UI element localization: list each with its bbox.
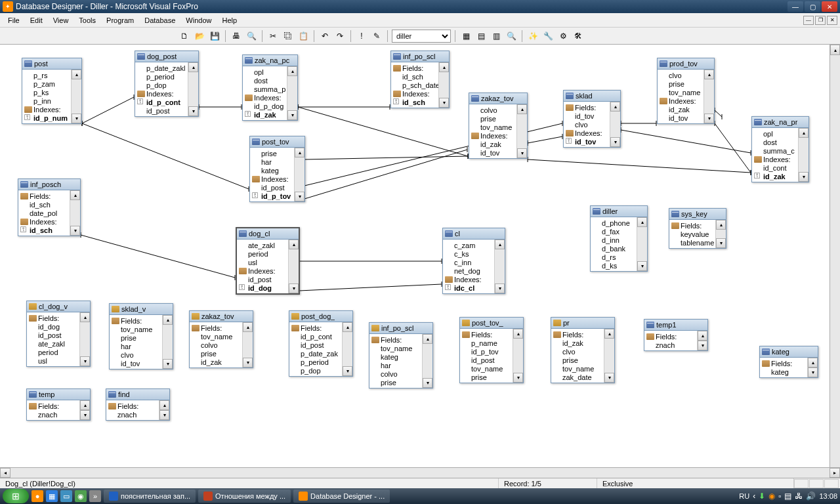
table-scrollbar[interactable]: ▴▾ xyxy=(604,329,614,383)
table-inf_posch[interactable]: inf_poschFields:id_schdate_polIndexes:id… xyxy=(18,178,81,236)
redo-icon[interactable]: ↷ xyxy=(333,30,346,43)
table-scrollbar[interactable]: ▴▾ xyxy=(798,128,808,182)
table-sys_key[interactable]: sys_keyFields:keyvaluetablename▴▾ xyxy=(669,208,726,249)
menu-file[interactable]: File xyxy=(3,14,25,26)
table-scrollbar[interactable]: ▴▾ xyxy=(342,322,352,376)
taskbar-task[interactable]: Database Designer - ... xyxy=(293,490,390,503)
table-post_tov[interactable]: post_tovpriseharkategIndexes:id_postid_p… xyxy=(249,136,305,202)
options-icon[interactable]: ⚙ xyxy=(556,30,570,43)
table-header[interactable]: inf_po_scl xyxy=(369,323,432,334)
tray-icon[interactable]: ⬇ xyxy=(759,492,765,501)
menu-tools[interactable]: Tools xyxy=(74,14,101,26)
table-header[interactable]: inf_po_scl xyxy=(391,51,449,62)
table-zakaz_tov[interactable]: zakaz_tovcolvoprisetov_nameIndexes:id_za… xyxy=(469,93,528,159)
table-header[interactable]: zak_na_pr xyxy=(752,117,808,128)
save-icon[interactable]: 💾 xyxy=(208,30,221,43)
quicklaunch-icon[interactable]: ▭ xyxy=(60,490,72,502)
table-header[interactable]: zak_na_pc xyxy=(243,55,297,66)
scroll-right-icon[interactable]: ▸ xyxy=(830,468,840,478)
table-zak_na_pc[interactable]: zak_na_pcopldostsumma_pIndexes:id_p_dogi… xyxy=(242,54,298,121)
table-header[interactable]: kateg xyxy=(760,346,818,358)
table-header[interactable]: sys_key xyxy=(669,209,726,220)
table-scrollbar[interactable]: ▴▾ xyxy=(494,240,505,293)
table-post_dog_v[interactable]: post_dog_Fields:id_p_contid_postp_date_z… xyxy=(289,310,353,377)
table-header[interactable]: sklad xyxy=(564,91,620,102)
tray-icon[interactable]: ◉ xyxy=(768,492,775,501)
table-header[interactable]: inf_posch xyxy=(18,179,80,190)
modify-icon[interactable]: ✎ xyxy=(370,30,383,43)
database-select[interactable]: diller xyxy=(392,30,451,43)
menu-edit[interactable]: Edit xyxy=(25,14,48,26)
quicklaunch-icon[interactable]: ◉ xyxy=(75,490,87,502)
table-post_tov_v[interactable]: post_tov_Fields:p_nameid_p_tovid_posttov… xyxy=(459,317,524,383)
table-header[interactable]: dog_post xyxy=(135,51,198,62)
table-header[interactable]: zakaz_tov xyxy=(190,311,253,322)
menu-view[interactable]: View xyxy=(48,14,74,26)
new-icon[interactable]: 🗋 xyxy=(178,30,191,43)
table-zak_na_pr[interactable]: zak_na_propldostsumma_cIndexes:id_contid… xyxy=(751,116,809,182)
table-scrollbar[interactable]: ▴▾ xyxy=(294,148,304,201)
table-header[interactable]: find xyxy=(106,389,169,400)
table-header[interactable]: post_dog_ xyxy=(289,311,352,322)
table-header[interactable]: post xyxy=(22,58,81,70)
close-button[interactable]: ✕ xyxy=(822,1,837,12)
designer-canvas[interactable]: postp_rsp_zamp_ksp_innIndexes:id_p_num▴▾… xyxy=(0,45,840,478)
scroll-left-icon[interactable]: ◂ xyxy=(0,468,10,478)
table-prod_tov[interactable]: prod_tovclvoprisetov_nameIndexes:id_zaki… xyxy=(657,58,715,124)
tray-network-icon[interactable]: 🖧 xyxy=(795,492,803,501)
wizard-icon[interactable]: ✨ xyxy=(526,30,539,43)
taskbar-task[interactable]: пояснительная зап... xyxy=(104,490,196,503)
table-temp[interactable]: tempFields:znach▴▾ xyxy=(26,388,91,421)
table-scrollbar[interactable]: ▴▾ xyxy=(715,220,726,248)
quicklaunch-icon[interactable]: » xyxy=(89,490,101,502)
table-scrollbar[interactable]: ▴▾ xyxy=(287,66,297,120)
table-scrollbar[interactable]: ▴▾ xyxy=(242,322,253,368)
table-header[interactable]: cl_dog_v xyxy=(27,301,90,312)
report-icon[interactable]: ▤ xyxy=(474,30,488,43)
table-header[interactable]: temp1 xyxy=(644,320,707,331)
menu-window[interactable]: Window xyxy=(180,14,217,26)
table-pr_v[interactable]: prFields:id_zakclvoprisetov_namezak_date… xyxy=(551,317,615,383)
table-scrollbar[interactable]: ▴▾ xyxy=(162,315,173,369)
quicklaunch-icon[interactable]: ▦ xyxy=(46,490,58,502)
table-sklad[interactable]: skladFields:id_tovclvoIndexes:id_tov▴▾ xyxy=(563,90,621,148)
run-icon[interactable]: ! xyxy=(355,30,368,43)
quicklaunch-icon[interactable]: ● xyxy=(32,490,43,502)
open-icon[interactable]: 📂 xyxy=(193,30,206,43)
tray-icon[interactable]: ▫ xyxy=(778,492,781,501)
table-scrollbar[interactable]: ▴▾ xyxy=(637,217,647,271)
table-header[interactable]: sklad_v xyxy=(110,304,173,315)
mdi-restore-button[interactable]: ❐ xyxy=(815,16,826,25)
table-header[interactable]: post_tov xyxy=(250,136,304,148)
table-scrollbar[interactable]: ▴▾ xyxy=(159,400,169,420)
table-post[interactable]: postp_rsp_zamp_ksp_innIndexes:id_p_num▴▾ xyxy=(22,58,82,124)
tray-icon[interactable]: ‹ xyxy=(753,492,755,501)
minimize-button[interactable]: — xyxy=(788,1,803,12)
horizontal-scrollbar[interactable]: ◂ ▸ xyxy=(0,467,840,478)
preview-icon[interactable]: 🔍 xyxy=(245,30,258,43)
scroll-up-icon[interactable]: ▴ xyxy=(830,45,840,55)
mdi-minimize-button[interactable]: — xyxy=(803,16,814,25)
menu-help[interactable]: Help xyxy=(217,14,242,26)
vertical-scrollbar[interactable]: ▴ ▾ xyxy=(830,45,840,478)
table-kateg[interactable]: kategFields:kateg▴▾ xyxy=(759,346,818,378)
table-find[interactable]: findFields:znach▴▾ xyxy=(106,388,170,421)
table-scrollbar[interactable]: ▴▾ xyxy=(70,190,80,236)
start-button[interactable]: ⊞ xyxy=(3,489,29,503)
builder-icon[interactable]: 🔧 xyxy=(541,30,555,43)
table-scrollbar[interactable]: ▴▾ xyxy=(438,62,449,108)
language-indicator[interactable]: RU xyxy=(739,492,749,500)
table-scrollbar[interactable]: ▴▾ xyxy=(807,358,818,377)
table-scrollbar[interactable]: ▴▾ xyxy=(71,70,81,123)
print-icon[interactable]: 🖶 xyxy=(230,30,243,43)
copy-icon[interactable]: ⿻ xyxy=(282,30,295,43)
table-scrollbar[interactable]: ▴▾ xyxy=(516,104,527,158)
table-scrollbar[interactable]: ▴▾ xyxy=(697,331,707,350)
table-sklad_v[interactable]: sklad_vFields:tov_namepriseharclvoid_tov… xyxy=(109,303,173,369)
table-scrollbar[interactable]: ▴▾ xyxy=(704,70,714,123)
table-scrollbar[interactable]: ▴▾ xyxy=(188,62,198,116)
table-inf_po_scl_top[interactable]: inf_po_sclFields:id_schp_sch_dateIndexes… xyxy=(390,51,450,108)
table-cl_dog_v[interactable]: cl_dog_vFields:id_dogid_postate_zaklperi… xyxy=(26,301,91,367)
table-scrollbar[interactable]: ▴▾ xyxy=(610,102,620,147)
table-scrollbar[interactable]: ▴▾ xyxy=(288,240,299,293)
